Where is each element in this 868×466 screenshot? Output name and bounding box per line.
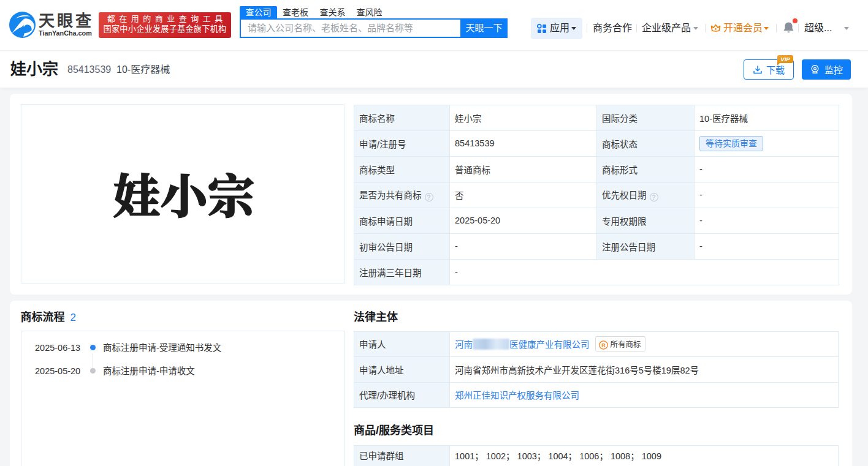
svg-text:R: R [601, 342, 606, 348]
